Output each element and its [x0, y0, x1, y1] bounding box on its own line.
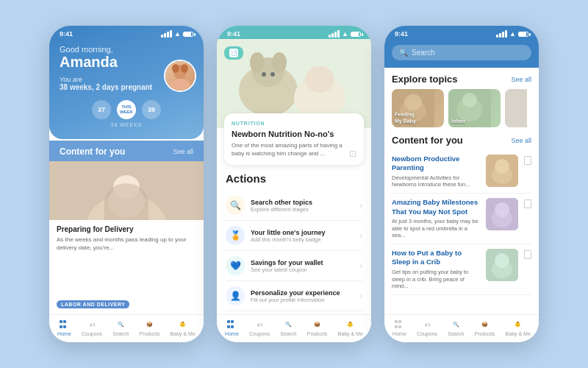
- phone2-action-2-chevron: ›: [360, 232, 362, 240]
- phone2-hero-card[interactable]: NUTRITION Newborn Nutrition No-no's One …: [224, 113, 364, 165]
- phone2-signal: [329, 30, 340, 38]
- phone2-nav-baby-label: Baby & Me: [338, 331, 363, 336]
- phone2-action-1-sub: Explore different stages: [251, 206, 354, 213]
- phone2-actions-title: Actions: [226, 172, 362, 185]
- phone1-card-desc: As the weeks and months pass leading up …: [57, 236, 196, 252]
- svg-point-29: [495, 159, 509, 174]
- phone2-nav-products[interactable]: 📦 Products: [307, 319, 328, 336]
- phone3-coupon-icon: 🏷: [421, 319, 433, 330]
- phone3-search-bar: 🔍 Search: [384, 39, 539, 68]
- phone2-action-1-chevron: ›: [360, 202, 362, 210]
- phone2-nav-coupons-label: Coupons: [249, 331, 270, 336]
- phone3-topic-infant[interactable]: Infant: [448, 89, 501, 127]
- phone2-nav-search[interactable]: 🔍 Search: [280, 319, 296, 336]
- phone1-content-header: Content for you See all: [49, 141, 204, 161]
- phone1-nav-baby[interactable]: 👶 Baby & Me: [171, 319, 196, 336]
- phone2-hero-title: Newborn Nutrition No-no's: [232, 129, 356, 139]
- phone3-nav-baby[interactable]: 👶 Baby & Me: [506, 319, 531, 336]
- phone2-status-bar: 9:41 ▲: [217, 26, 371, 39]
- phone1-nav-products-label: Products: [140, 331, 160, 336]
- phone2-wifi: ▲: [342, 30, 348, 38]
- phone3-article-2-bookmark[interactable]: [524, 199, 531, 208]
- phone3-nav-products[interactable]: 📦 Products: [475, 319, 495, 336]
- phone3-signal: [496, 30, 507, 38]
- phone3-article-1-title: Newborn Productive Parenting: [392, 155, 480, 173]
- svg-rect-4: [49, 161, 204, 220]
- phone2-action-3[interactable]: 💙 Savings for your wallet See your lates…: [226, 251, 362, 281]
- phone1-weeks-indicator: 38 WEEKS: [49, 122, 204, 130]
- phone3-explore-see-all[interactable]: See all: [511, 76, 531, 83]
- phone3-article-3-bookmark[interactable]: [524, 250, 531, 259]
- phone2-nav-coupons[interactable]: 🏷 Coupons: [249, 319, 270, 336]
- phone3-article-3-title: How to Put a Baby to Sleep in a Crib: [392, 249, 480, 267]
- phone3-topic-feeding[interactable]: FeedingMy Baby: [392, 89, 444, 127]
- phone3-battery: [518, 32, 528, 37]
- phone2-status-icons: ▲: [329, 30, 361, 38]
- phone2-products-icon: 📦: [312, 319, 323, 330]
- phone3-content-see-all[interactable]: See all: [511, 137, 531, 144]
- phone3-main-content: Explore topics See all FeedingMy Baby: [384, 68, 539, 314]
- svg-point-6: [108, 185, 145, 218]
- phone3-search-placeholder: Search: [412, 49, 435, 57]
- phone-1: 9:41 ▲ Good morning, Amanda: [49, 26, 204, 342]
- phone3-content-list: Newborn Productive Parenting Development…: [392, 150, 531, 295]
- phone1-content-title: Content for you: [60, 146, 125, 157]
- phone1-nav-coupons[interactable]: 🏷 Coupons: [82, 319, 102, 336]
- phone3-topic-extra-img: [505, 89, 527, 127]
- phone1-baby-img: [49, 161, 204, 220]
- phone1-home-icon: [58, 319, 70, 330]
- phone3-article-1[interactable]: Newborn Productive Parenting Development…: [392, 150, 531, 194]
- phone1-content-card[interactable]: LABOR AND DELIVERY ⊡ Preparing for Deliv…: [49, 161, 204, 314]
- phone2-action-4[interactable]: 👤 Personalize your experience Fill out y…: [226, 281, 362, 311]
- phone1-nav-home[interactable]: Home: [57, 319, 71, 336]
- svg-point-35: [495, 253, 509, 268]
- phone3-article-2[interactable]: Amazing Baby Milestones That You May Not…: [392, 194, 531, 244]
- phone3-nav-search[interactable]: 🔍 Search: [448, 319, 464, 336]
- phone3-topic-infant-label: Infant: [451, 118, 465, 124]
- phone2-search-icon: 🔍: [282, 319, 294, 330]
- phone2-nav-baby[interactable]: 👶 Baby & Me: [338, 319, 363, 336]
- phone3-topics-row: FeedingMy Baby Infant: [392, 89, 531, 127]
- phone1-see-all[interactable]: See all: [173, 148, 193, 155]
- phone2-nav-products-label: Products: [307, 331, 328, 336]
- phone2-bottom-nav: Home 🏷 Coupons 🔍 Search 📦 Products 👶 Bab…: [217, 314, 371, 342]
- phone1-wifi: ▲: [174, 30, 181, 38]
- phone2-action-4-chevron: ›: [360, 292, 362, 300]
- phone3-article-1-bookmark[interactable]: [524, 156, 531, 165]
- phone1-greeting: Good morning, Amanda: [49, 39, 204, 73]
- phone2-actions: Actions 🔍 Search other topics Explore di…: [217, 165, 371, 314]
- phone3-nav-coupons[interactable]: 🏷 Coupons: [417, 319, 437, 336]
- phone3-article-3[interactable]: How to Put a Baby to Sleep in a Crib Get…: [392, 244, 531, 295]
- phone3-article-1-text: Newborn Productive Parenting Development…: [392, 155, 480, 188]
- phone3-article-3-desc: Get tips on putting your baby to sleep i…: [392, 269, 480, 290]
- phone2-action-2-sub: Add this month's belly badge: [251, 236, 354, 243]
- phone1-week-current[interactable]: THISWEEK: [117, 100, 136, 119]
- phone1-nav-products[interactable]: 📦 Products: [140, 319, 160, 336]
- phone2-action-1[interactable]: 🔍 Search other topics Explore different …: [226, 191, 362, 221]
- phone1-week-37[interactable]: 37: [92, 100, 111, 119]
- phone1-week-39[interactable]: 39: [142, 100, 161, 119]
- phone1-card-image: LABOR AND DELIVERY ⊡: [49, 161, 204, 220]
- phone3-search-input-wrap[interactable]: 🔍 Search: [392, 45, 531, 60]
- phone1-weeks-nav: 37 THISWEEK 39: [49, 94, 204, 122]
- phone1-baby-icon: 👶: [177, 319, 189, 330]
- phone2-bookmark[interactable]: ⊡: [349, 149, 356, 159]
- phone3-article-1-desc: Developmental Activities for Newborns In…: [392, 174, 480, 189]
- phone3-article-2-text: Amazing Baby Milestones That You May Not…: [392, 198, 480, 239]
- phone2-action-1-name: Search other topics: [251, 199, 354, 206]
- phones-container: 9:41 ▲ Good morning, Amanda: [49, 26, 539, 342]
- phone3-article-1-thumb: [486, 155, 518, 187]
- phone2-action-1-icon: 🔍: [226, 196, 245, 215]
- phone3-topic-extra[interactable]: [505, 89, 531, 127]
- phone1-bottom-nav: Home 🏷 Coupons 🔍 Search 📦 Products 👶 Bab…: [49, 314, 204, 342]
- phone2-coupon-icon: 🏷: [254, 319, 265, 330]
- phone2-nav-home[interactable]: Home: [225, 319, 239, 336]
- phone1-nav-search[interactable]: 🔍 Search: [112, 319, 129, 336]
- phone3-bottom-nav: Home 🏷 Coupons 🔍 Search 📦 Products 👶 Bab…: [384, 314, 539, 342]
- svg-point-2: [172, 64, 179, 73]
- phone3-search-icon: 🔍: [399, 49, 408, 57]
- phone2-hero-desc: One of the most amazing parts of having …: [232, 141, 356, 158]
- phone2-action-2[interactable]: 🏅 Your little one's journey Add this mon…: [226, 221, 362, 251]
- phone3-nav-products-label: Products: [475, 331, 495, 336]
- phone3-nav-home[interactable]: Home: [392, 319, 406, 336]
